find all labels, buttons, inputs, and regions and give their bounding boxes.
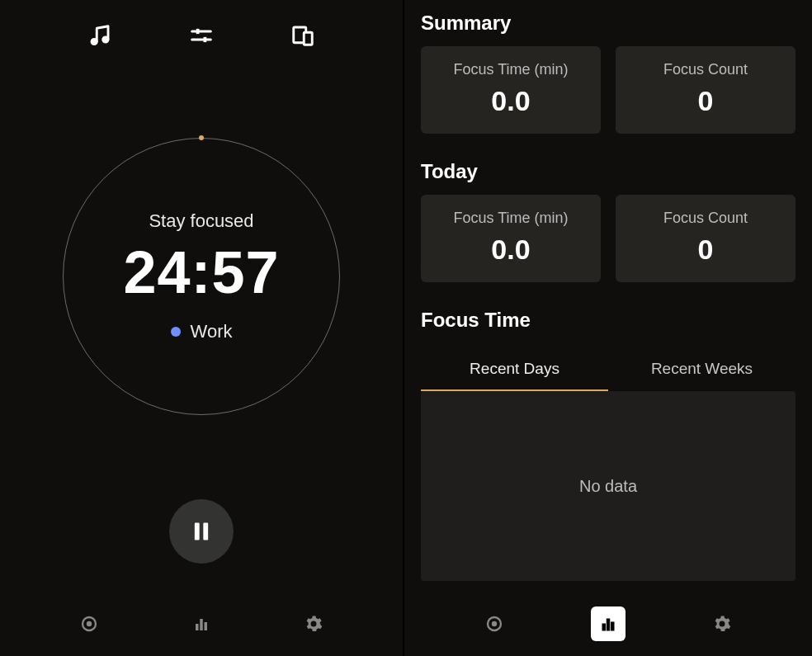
pause-area — [0, 499, 403, 597]
tag-dot-icon — [171, 327, 181, 337]
timer-panel: Stay focused 24:57 Work — [0, 0, 404, 656]
sliders-button[interactable] — [184, 18, 219, 53]
focus-time-chart-area: No data — [421, 391, 795, 581]
svg-rect-12 — [196, 624, 199, 630]
svg-point-16 — [492, 621, 497, 626]
pause-button[interactable] — [169, 499, 234, 564]
card-value: 0 — [624, 85, 787, 117]
svg-point-0 — [92, 39, 97, 44]
tab-recent-days[interactable]: Recent Days — [421, 350, 608, 391]
focus-time-tabs: Recent Days Recent Weeks — [421, 350, 795, 391]
svg-rect-14 — [205, 622, 208, 630]
card-label: Focus Count — [624, 61, 787, 78]
nav-timer-button[interactable] — [477, 606, 512, 641]
music-icon — [87, 23, 112, 48]
top-toolbar — [0, 0, 403, 53]
summary-focus-time-card: Focus Time (min) 0.0 — [421, 46, 601, 134]
card-label: Focus Count — [624, 210, 787, 227]
svg-rect-8 — [195, 523, 200, 540]
card-label: Focus Time (min) — [429, 61, 592, 78]
svg-rect-7 — [304, 32, 312, 45]
devices-icon — [290, 23, 315, 48]
timer-circle: Stay focused 24:57 Work — [63, 138, 340, 415]
nav-stats-button[interactable] — [184, 606, 219, 641]
record-icon — [484, 614, 504, 634]
gear-icon — [712, 614, 732, 634]
record-icon — [79, 614, 99, 634]
stats-panel: Summary Focus Time (min) 0.0 Focus Count… — [404, 0, 812, 656]
summary-title: Summary — [421, 12, 795, 35]
today-cards: Focus Time (min) 0.0 Focus Count 0 — [421, 195, 795, 282]
nav-timer-button[interactable] — [72, 606, 106, 641]
svg-rect-5 — [203, 37, 206, 42]
today-focus-time-card: Focus Time (min) 0.0 — [421, 195, 601, 282]
timer-time: 24:57 — [123, 238, 279, 306]
tag-label: Work — [191, 321, 233, 342]
svg-rect-9 — [203, 523, 208, 540]
chart-icon — [191, 614, 211, 634]
focus-time-title: Focus Time — [421, 309, 795, 332]
timer-area: Stay focused 24:57 Work — [0, 53, 403, 499]
card-label: Focus Time (min) — [429, 210, 592, 227]
nav-settings-button[interactable] — [705, 606, 739, 641]
svg-rect-13 — [200, 619, 203, 630]
nav-stats-button[interactable] — [591, 606, 626, 641]
svg-rect-18 — [607, 619, 610, 630]
card-value: 0.0 — [429, 85, 592, 117]
svg-rect-17 — [602, 624, 606, 630]
nav-settings-button[interactable] — [296, 606, 331, 641]
stay-focused-label: Stay focused — [149, 210, 253, 232]
svg-point-1 — [103, 37, 108, 42]
gear-icon — [304, 614, 323, 634]
timer-progress-tick — [199, 135, 204, 140]
today-title: Today — [421, 160, 795, 183]
svg-rect-4 — [196, 29, 200, 34]
tab-recent-weeks[interactable]: Recent Weeks — [608, 350, 795, 391]
svg-point-11 — [87, 621, 92, 626]
chart-icon — [598, 614, 618, 634]
svg-rect-19 — [611, 622, 615, 630]
no-data-label: No data — [579, 477, 637, 496]
summary-cards: Focus Time (min) 0.0 Focus Count 0 — [421, 46, 795, 134]
pause-icon — [190, 519, 213, 544]
music-button[interactable] — [83, 18, 117, 53]
bottom-nav-right — [421, 597, 795, 656]
timer-tag[interactable]: Work — [171, 321, 233, 342]
sliders-icon — [189, 23, 214, 48]
card-value: 0.0 — [429, 234, 592, 266]
devices-button[interactable] — [286, 18, 320, 53]
card-value: 0 — [624, 234, 787, 266]
bottom-nav-left — [0, 597, 403, 656]
summary-focus-count-card: Focus Count 0 — [616, 46, 795, 134]
today-focus-count-card: Focus Count 0 — [616, 195, 795, 282]
